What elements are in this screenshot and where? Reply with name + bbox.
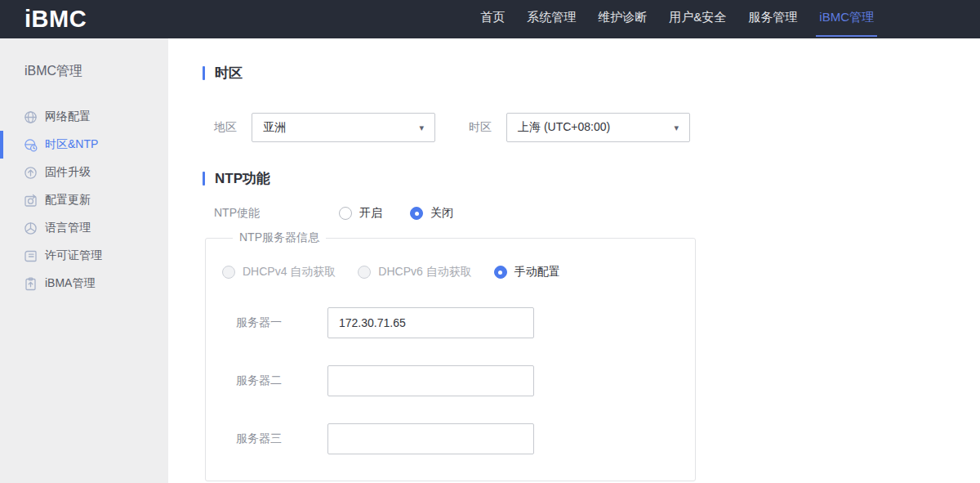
ntp-server-mode-row: DHCPv4 自动获取 DHCPv6 自动获取 手动配置: [222, 265, 695, 280]
nav-item-service-management[interactable]: 服务管理: [745, 0, 800, 37]
sidebar-item-config-update[interactable]: 配置更新: [0, 186, 168, 214]
main-content: 时区 地区 亚洲 ▾ 时区 上海 (UTC+08:00) ▾ NTP功能 NTP…: [168, 38, 980, 483]
section-title-text: NTP功能: [215, 169, 270, 188]
sidebar-item-ibma-management[interactable]: iBMA管理: [0, 270, 168, 297]
server-one-label: 服务器一: [236, 315, 327, 330]
region-label: 地区: [214, 120, 252, 135]
nav-item-home[interactable]: 首页: [477, 0, 508, 37]
radio-label: 关闭: [430, 206, 453, 221]
sidebar-item-firmware-upgrade[interactable]: 固件升级: [0, 159, 168, 186]
ntp-enable-off-radio[interactable]: 关闭: [410, 206, 453, 221]
sidebar-title: iBMC管理: [24, 63, 168, 80]
timezone-select[interactable]: 上海 (UTC+08:00) ▾: [506, 113, 690, 142]
ibma-icon: [24, 277, 38, 291]
nav-item-ibmc-management[interactable]: iBMC管理: [816, 0, 877, 37]
section-title-text: 时区: [215, 64, 243, 83]
timezone-label: 时区: [469, 120, 506, 135]
section-accent-bar: [203, 66, 205, 80]
top-navbar: iBMC 首页 系统管理 维护诊断 用户&安全 服务管理 iBMC管理: [0, 0, 980, 38]
firmware-upgrade-icon: [24, 166, 38, 180]
sidebar-item-label: 网络配置: [45, 110, 91, 124]
radio-checked-icon[interactable]: [494, 266, 507, 279]
server-three-row: 服务器三: [222, 423, 695, 454]
region-select-value: 亚洲: [263, 120, 286, 135]
manual-config-radio[interactable]: 手动配置: [494, 265, 560, 280]
radio-label: 手动配置: [514, 265, 560, 280]
server-one-input[interactable]: [327, 307, 534, 338]
dhcpv6-auto-radio[interactable]: DHCPv6 自动获取: [358, 265, 471, 280]
ntp-enable-row: NTP使能 开启 关闭: [214, 206, 980, 221]
ibmc-logo: iBMC: [24, 6, 87, 33]
timezone-fields-row: 地区 亚洲 ▾ 时区 上海 (UTC+08:00) ▾: [214, 113, 980, 142]
radio-disabled-icon: [222, 266, 235, 279]
sidebar-item-license-management[interactable]: 许可证管理: [0, 242, 168, 270]
server-two-row: 服务器二: [222, 365, 695, 396]
ntp-server-info-group: NTP服务器信息 DHCPv4 自动获取 DHCPv6 自动获取 手动配置 服务…: [205, 230, 696, 481]
radio-label: DHCPv4 自动获取: [243, 265, 336, 280]
sidebar-item-label: iBMA管理: [45, 276, 95, 291]
config-update-icon: [24, 194, 38, 208]
dhcpv4-auto-radio[interactable]: DHCPv4 自动获取: [222, 265, 336, 280]
sidebar-item-network-config[interactable]: 网络配置: [0, 103, 168, 131]
sidebar-menu: 网络配置 时区&NTP 固件升级 配置更新 语言管理: [0, 103, 168, 297]
sidebar: iBMC管理 网络配置 时区&NTP 固件升级 配置更新: [0, 38, 168, 483]
language-icon: [24, 221, 38, 235]
timezone-select-value: 上海 (UTC+08:00): [518, 120, 610, 135]
radio-label: 开启: [359, 206, 382, 221]
nav-item-user-security[interactable]: 用户&安全: [666, 0, 729, 37]
sidebar-item-label: 时区&NTP: [45, 137, 98, 152]
server-two-label: 服务器二: [236, 373, 327, 388]
radio-checked-icon[interactable]: [410, 207, 423, 220]
ntp-enable-label: NTP使能: [214, 206, 339, 221]
network-icon: [24, 110, 38, 124]
timezone-section-title: 时区: [203, 64, 980, 83]
radio-disabled-icon: [358, 266, 371, 279]
ntp-section-title: NTP功能: [203, 169, 980, 188]
radio-unchecked-icon[interactable]: [339, 207, 352, 220]
ntp-server-info-legend: NTP服务器信息: [233, 230, 326, 245]
sidebar-item-label: 配置更新: [45, 193, 91, 208]
top-nav-menu: 首页 系统管理 维护诊断 用户&安全 服务管理 iBMC管理: [461, 0, 877, 38]
server-two-input[interactable]: [327, 365, 534, 396]
nav-item-system-management[interactable]: 系统管理: [523, 0, 579, 37]
sidebar-item-label: 语言管理: [45, 221, 91, 235]
nav-item-maintenance-diagnosis[interactable]: 维护诊断: [595, 0, 650, 37]
radio-label: DHCPv6 自动获取: [378, 265, 471, 280]
chevron-down-icon: ▾: [674, 123, 679, 133]
server-three-label: 服务器三: [236, 432, 327, 446]
section-accent-bar: [203, 172, 205, 186]
chevron-down-icon: ▾: [419, 123, 424, 133]
timezone-ntp-icon: [24, 138, 38, 152]
sidebar-item-label: 固件升级: [45, 165, 91, 180]
server-one-row: 服务器一: [222, 307, 695, 338]
sidebar-item-label: 许可证管理: [45, 248, 102, 263]
sidebar-item-timezone-ntp[interactable]: 时区&NTP: [0, 131, 168, 159]
ntp-enable-on-radio[interactable]: 开启: [339, 206, 382, 221]
server-three-input[interactable]: [327, 423, 534, 454]
region-select[interactable]: 亚洲 ▾: [252, 113, 435, 142]
license-icon: [24, 249, 38, 263]
sidebar-item-language-management[interactable]: 语言管理: [0, 214, 168, 242]
